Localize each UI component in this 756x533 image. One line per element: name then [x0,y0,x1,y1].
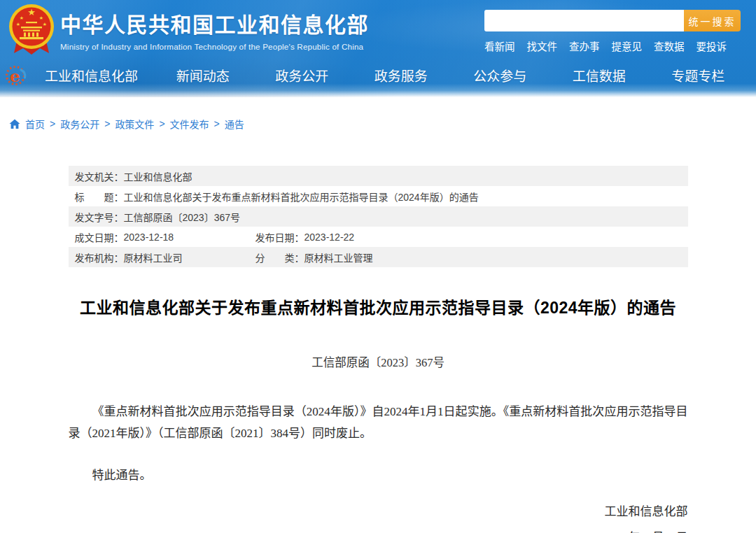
signature-org: 工业和信息化部 [69,502,688,519]
meta-row-dates: 成文日期： 2023-12-18 发布日期： 2023-12-22 [69,227,688,247]
meta-value: 原材料工业司 [124,250,183,264]
breadcrumb-policy-documents[interactable]: 政策文件 [115,117,154,131]
search-input[interactable] [484,10,684,31]
quick-link-find-files[interactable]: 找文件 [527,38,558,53]
breadcrumb-home[interactable]: 首页 [25,117,45,131]
nav-item-public-participation[interactable]: 公众参与 [450,66,550,85]
site-header: ★ ★ ★ ★ ★ 中华人民共和国工业和信息化部 Ministry of Ind… [0,0,756,57]
meta-cell: 发文字号： 工信部原函〔2023〕367号 [69,210,688,224]
unified-search-button[interactable]: 统一搜索 [684,10,741,31]
quick-link-complaints[interactable]: 要投诉 [696,38,727,53]
meta-label: 发布日期： [255,230,304,244]
document-page: 发文机关： 工业和信息化部 标 题： 工业和信息化部关于发布重点新材料首批次应用… [69,166,688,533]
nav-items: 工业和信息化部 新闻动态 政务公开 政务服务 公众参与 工信数据 专题专栏 [29,66,748,85]
document-title: 工业和信息化部关于发布重点新材料首批次应用示范指导目录（2024年版）的通告 [69,294,688,318]
meta-value: 2023-12-22 [304,232,355,243]
meta-row-doc-number: 发文字号： 工信部原函〔2023〕367号 [69,206,688,227]
header-search-area: 统一搜索 看新闻 找文件 查办事 提意见 查数据 要投诉 [484,10,741,53]
signature-date: 2023年12月18日 [69,527,688,533]
site-subtitle: Ministry of Industry and Information Tec… [60,42,369,51]
document-meta-table: 发文机关： 工业和信息化部 标 题： 工业和信息化部关于发布重点新材料首批次应用… [69,166,688,267]
svg-text:★: ★ [16,22,20,27]
svg-text:★: ★ [20,15,24,20]
svg-text:★: ★ [39,15,43,20]
meta-row-issuing-authority: 发文机关： 工业和信息化部 [69,166,688,186]
nav-item-gov-services[interactable]: 政务服务 [351,66,451,85]
breadcrumb-separator: > [104,118,110,129]
home-icon[interactable] [9,119,20,129]
meta-value: 工业和信息化部关于发布重点新材料首批次应用示范指导目录（2024年版）的通告 [124,190,479,204]
notice-closing: 特此通告。 [69,464,688,486]
meta-row-title: 标 题： 工业和信息化部关于发布重点新材料首批次应用示范指导目录（2024年版）… [69,186,688,206]
meta-value: 工业和信息化部 [124,169,192,183]
breadcrumb-separator: > [214,118,220,129]
national-emblem-icon: ★ ★ ★ ★ ★ [6,3,57,56]
breadcrumb-separator: > [50,118,55,129]
notice-body-paragraph: 《重点新材料首批次应用示范指导目录（2024年版）》自2024年1月1日起实施。… [69,401,688,444]
meta-cell: 发文机关： 工业和信息化部 [69,169,688,183]
meta-label: 成文日期： [75,230,124,244]
breadcrumb-info-disclosure[interactable]: 政务公开 [60,117,99,131]
signature-block: 工业和信息化部 2023年12月18日 [69,502,688,533]
miit-gear-e-logo-icon: e [4,63,29,88]
nav-item-info-disclosure[interactable]: 政务公开 [252,66,351,85]
meta-value: 工信部原函〔2023〕367号 [124,210,241,224]
meta-cell: 发布日期： 2023-12-22 [249,230,688,244]
quick-link-see-news[interactable]: 看新闻 [484,38,515,53]
meta-label: 发文字号： [75,210,124,224]
site-identity: 中华人民共和国工业和信息化部 Ministry of Industry and … [60,8,369,51]
meta-row-publisher-category: 发布机构： 原材料工业司 分 类： 原材料工业管理 [69,247,688,267]
meta-label: 标 题： [75,190,124,204]
svg-text:★: ★ [43,22,47,27]
nav-item-miit-data[interactable]: 工信数据 [550,66,649,85]
search-bar: 统一搜索 [484,10,741,31]
site-top-band: ★ ★ ★ ★ ★ 中华人民共和国工业和信息化部 Ministry of Ind… [0,0,756,97]
breadcrumb: 首页 > 政务公开 > 政策文件 > 文件发布 > 通告 [9,117,756,131]
meta-cell: 标 题： 工业和信息化部关于发布重点新材料首批次应用示范指导目录（2024年版）… [69,190,688,204]
nav-item-miit-home[interactable]: 工业和信息化部 [29,66,153,85]
document-number: 工信部原函〔2023〕367号 [69,353,688,370]
nav-item-news[interactable]: 新闻动态 [153,66,253,85]
breadcrumb-document-release[interactable]: 文件发布 [170,117,209,131]
svg-text:★: ★ [27,7,36,17]
meta-cell: 分 类： 原材料工业管理 [249,250,688,264]
quick-link-query-data[interactable]: 查数据 [654,38,685,53]
nav-item-special-topics[interactable]: 专题专栏 [648,66,748,85]
meta-cell: 发布机构： 原材料工业司 [69,250,249,264]
quick-links: 看新闻 找文件 查办事 提意见 查数据 要投诉 [484,38,741,53]
primary-nav: e 工业和信息化部 新闻动态 政务公开 政务服务 公众参与 工信数据 专题专栏 [0,57,756,97]
meta-value: 2023-12-18 [124,232,174,243]
meta-value: 原材料工业管理 [304,250,373,264]
quick-link-suggestions[interactable]: 提意见 [612,38,643,53]
meta-label: 发文机关： [75,169,124,183]
site-title: 中华人民共和国工业和信息化部 [60,8,369,38]
quick-link-handle-affairs[interactable]: 查办事 [569,38,600,53]
breadcrumb-notice[interactable]: 通告 [225,117,244,131]
breadcrumb-separator: > [159,118,164,129]
meta-label: 分 类： [255,250,304,264]
meta-cell: 成文日期： 2023-12-18 [69,230,249,244]
svg-text:e: e [10,66,20,85]
meta-label: 发布机构： [75,250,124,264]
